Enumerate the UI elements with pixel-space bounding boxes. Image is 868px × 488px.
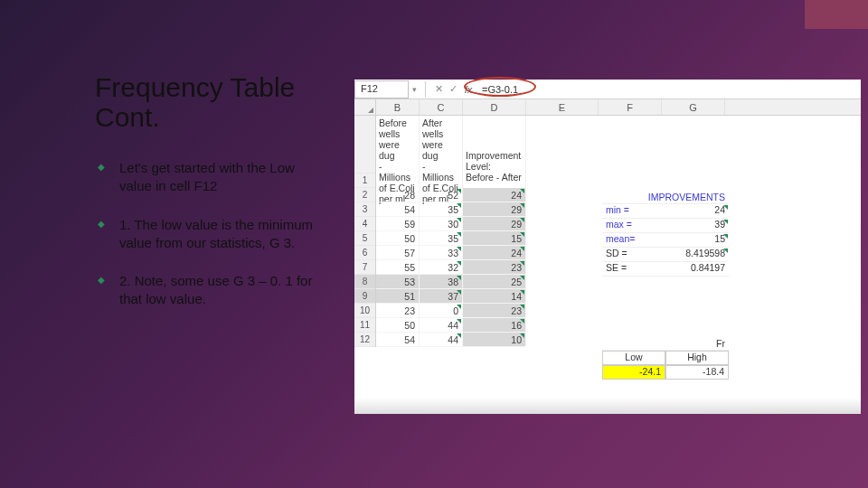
cell[interactable]: 33 <box>420 246 463 260</box>
stat-label[interactable]: min = <box>602 204 665 219</box>
cell[interactable] <box>466 128 523 139</box>
cell[interactable]: Improvement <box>466 150 523 161</box>
cell[interactable]: Before <box>379 117 416 128</box>
cell[interactable]: After <box>422 117 459 128</box>
cell[interactable]: wells <box>379 128 416 139</box>
row-header[interactable]: 7 <box>354 260 375 275</box>
col-header[interactable]: E <box>526 99 599 115</box>
cell[interactable]: 44 <box>420 318 463 333</box>
stats-title[interactable]: IMPROVEMENTS <box>602 190 729 204</box>
cell[interactable]: wells <box>422 128 459 139</box>
stat-value[interactable]: 0.84197 <box>665 262 729 277</box>
cell[interactable]: 35 <box>420 202 463 217</box>
cell[interactable]: 28 <box>376 188 420 202</box>
table-header-rows: Before wells were dug - Millions of E.Co… <box>376 116 526 188</box>
row-header[interactable]: 6 <box>354 246 375 260</box>
cell[interactable]: 59 <box>376 217 420 231</box>
cell[interactable] <box>466 139 523 150</box>
cell[interactable]: were dug <box>422 139 459 161</box>
cell[interactable]: 29 <box>463 217 526 231</box>
cell[interactable]: 23 <box>376 304 420 318</box>
cell[interactable]: 35 <box>420 231 463 246</box>
select-all-corner[interactable] <box>354 99 376 115</box>
stat-label[interactable]: mean= <box>602 233 665 248</box>
cell[interactable]: 44 <box>420 333 463 347</box>
cell[interactable]: Level: <box>466 161 523 172</box>
col-header[interactable]: G <box>662 99 725 115</box>
cell[interactable]: - Millions <box>379 161 416 183</box>
row-headers: 1 2 3 4 5 6 7 8 9 10 11 12 <box>354 116 376 347</box>
stat-label[interactable]: SE = <box>602 262 665 277</box>
cell[interactable]: 50 <box>376 231 420 246</box>
cell[interactable]: - Millions <box>422 161 459 183</box>
cell[interactable]: 16 <box>463 318 526 333</box>
cell[interactable]: 15 <box>463 231 526 246</box>
row-header[interactable]: 2 <box>354 188 375 202</box>
row-header[interactable]: 4 <box>354 217 375 231</box>
cell[interactable]: 10 <box>463 333 526 347</box>
text-panel: Frequency Table Cont. Let's get started … <box>0 0 353 488</box>
cell[interactable]: 14 <box>463 289 526 304</box>
bullet-item: 1. The low value is the minimum value fr… <box>99 216 326 253</box>
cell[interactable]: 57 <box>376 246 420 260</box>
stat-value[interactable]: 15 <box>665 233 729 248</box>
cell[interactable]: 23 <box>463 304 526 318</box>
row-header[interactable]: 1 <box>354 174 375 188</box>
stat-label[interactable]: max = <box>602 219 665 233</box>
row-header[interactable]: 5 <box>354 231 375 246</box>
fx-icon[interactable]: fx <box>460 84 476 95</box>
formula-input[interactable]: =G3-0.1 <box>476 82 861 97</box>
cell[interactable]: 24 <box>463 246 526 260</box>
cancel-icon[interactable]: ✕ <box>431 83 446 95</box>
row-header[interactable]: 10 <box>354 304 375 318</box>
row-header[interactable]: 9 <box>354 289 375 304</box>
stat-value[interactable]: 8.419598 <box>665 248 729 262</box>
low-value[interactable]: -24.1 <box>602 365 665 380</box>
row-header-blank[interactable] <box>354 116 375 174</box>
row-header[interactable]: 11 <box>354 318 375 333</box>
grid: 1 2 3 4 5 6 7 8 9 10 11 12 Before wells … <box>354 116 861 347</box>
cell[interactable]: 37 <box>420 289 463 304</box>
cell[interactable] <box>466 117 523 128</box>
bullet-item: Let's get started with the Low value in … <box>99 159 326 196</box>
low-header[interactable]: Low <box>602 351 665 365</box>
cell[interactable]: were dug <box>379 139 416 161</box>
cell[interactable]: 54 <box>376 333 420 347</box>
cell[interactable]: 54 <box>376 202 420 217</box>
col-header[interactable]: F <box>599 99 662 115</box>
high-value[interactable]: -18.4 <box>665 365 729 380</box>
stats-block: IMPROVEMENTS min =24 max =39 mean=15 SD … <box>602 190 729 277</box>
row-header[interactable]: 12 <box>354 333 375 347</box>
cell[interactable]: 55 <box>376 260 420 275</box>
cell[interactable]: 38 <box>420 275 463 289</box>
cell[interactable]: 52 <box>420 188 463 202</box>
cell[interactable]: 32 <box>420 260 463 275</box>
cell[interactable]: 51 <box>376 289 420 304</box>
cell[interactable]: 23 <box>463 260 526 275</box>
cells-area: Before wells were dug - Millions of E.Co… <box>376 116 526 347</box>
namebox-dropdown-icon[interactable]: ▾ <box>409 85 420 94</box>
fr-label[interactable]: Fr <box>602 336 729 351</box>
cell[interactable]: 50 <box>376 318 420 333</box>
name-box[interactable]: F12 <box>354 80 409 99</box>
col-header[interactable]: C <box>420 99 463 115</box>
cell[interactable]: Before - After <box>466 172 523 183</box>
col-header[interactable]: D <box>463 99 526 115</box>
cell[interactable]: 30 <box>420 217 463 231</box>
confirm-icon[interactable]: ✓ <box>446 83 460 95</box>
col-header[interactable]: B <box>376 99 420 115</box>
cell[interactable]: 24 <box>463 188 526 202</box>
cell[interactable]: 29 <box>463 202 526 217</box>
row-header[interactable]: 3 <box>354 202 375 217</box>
stat-value[interactable]: 39 <box>665 219 729 233</box>
cell[interactable]: 0 <box>420 304 463 318</box>
bullet-item: 2. Note, some use G 3 – 0. 1 for that lo… <box>99 272 326 309</box>
high-header[interactable]: High <box>665 351 729 365</box>
stat-label[interactable]: SD = <box>602 248 665 262</box>
formula-text: =G3-0.1 <box>482 84 518 95</box>
row-header[interactable]: 8 <box>354 275 375 289</box>
stat-value[interactable]: 24 <box>665 204 729 219</box>
cell[interactable]: 53 <box>376 275 420 289</box>
low-high-block: Fr Low High -24.1 -18.4 <box>602 336 729 380</box>
cell[interactable]: 25 <box>463 275 526 289</box>
